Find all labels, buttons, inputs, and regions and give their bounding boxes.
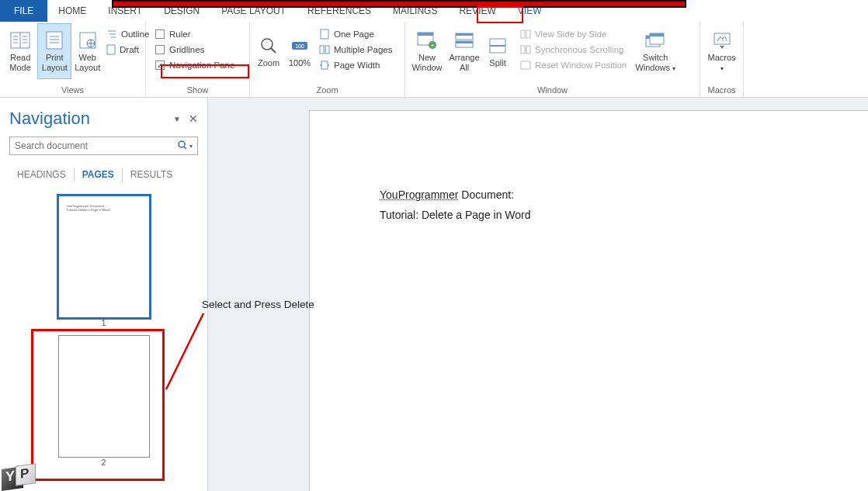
- ribbon: Read Mode Print Layout Web Layout Outlin…: [0, 22, 868, 98]
- svg-text:+: +: [431, 42, 435, 49]
- group-zoom: Zoom 100 100% One Page Multiple Pages Pa…: [250, 22, 405, 97]
- read-mode-icon: [8, 29, 33, 51]
- annotation-label: Select and Press Delete: [202, 299, 314, 310]
- multiple-pages-label: Multiple Pages: [334, 45, 392, 54]
- navigation-pane-label: Navigation Pane: [169, 61, 234, 70]
- tab-results[interactable]: RESULTS: [123, 168, 180, 182]
- sync-scroll-icon: [519, 44, 531, 55]
- reset-window-position-button[interactable]: Reset Window Position: [516, 57, 630, 73]
- svg-rect-8: [47, 32, 62, 49]
- gridlines-checkbox[interactable]: Gridlines: [152, 42, 238, 57]
- hundred-icon: 100: [287, 35, 312, 57]
- tab-pages[interactable]: PAGES: [75, 168, 123, 182]
- doc-line-2: Tutorial: Delete a Page in Word: [380, 209, 844, 221]
- chevron-down-icon: ▾: [720, 65, 724, 72]
- navigation-panel: Navigation ▼ ✕ ▾ HEADINGS PAGES RESULTS …: [0, 98, 208, 491]
- checkbox-icon: ✓: [155, 61, 165, 70]
- chevron-down-icon[interactable]: ▾: [189, 143, 193, 150]
- group-macros: Macros▾ Macros: [700, 22, 744, 97]
- search-input[interactable]: ▾: [9, 137, 198, 155]
- show-group-label: Show: [149, 84, 246, 97]
- chevron-down-icon[interactable]: ▼: [173, 115, 181, 123]
- arrange-all-button[interactable]: Arrange All: [446, 23, 483, 79]
- one-page-icon: [318, 29, 330, 40]
- ruler-label: Ruler: [169, 29, 190, 39]
- print-layout-label: Print Layout: [42, 53, 68, 73]
- page-width-button[interactable]: Page Width: [315, 57, 395, 73]
- split-label: Split: [489, 58, 505, 68]
- page-number-2: 2: [58, 458, 150, 467]
- workspace: Navigation ▼ ✕ ▾ HEADINGS PAGES RESULTS …: [0, 98, 868, 491]
- svg-rect-46: [650, 33, 664, 36]
- navigation-pane-checkbox[interactable]: ✓Navigation Pane: [152, 57, 238, 73]
- print-layout-button[interactable]: Print Layout: [37, 23, 71, 79]
- view-side-by-side-button[interactable]: View Side by Side: [516, 26, 630, 42]
- switch-windows-icon: [643, 29, 668, 51]
- web-layout-label: Web Layout: [75, 53, 100, 73]
- svg-rect-40: [521, 46, 525, 54]
- read-mode-label: Read Mode: [9, 53, 31, 73]
- side-by-side-label: View Side by Side: [535, 29, 606, 39]
- group-show: Ruler Gridlines ✓Navigation Pane Show: [146, 22, 250, 97]
- synchronous-scrolling-button[interactable]: Synchronous Scrolling: [516, 42, 630, 57]
- search-icon[interactable]: [178, 140, 187, 152]
- web-layout-button[interactable]: Web Layout: [71, 23, 103, 79]
- multiple-pages-icon: [318, 44, 330, 55]
- svg-rect-29: [418, 33, 433, 36]
- ruler-checkbox[interactable]: Ruler: [152, 26, 238, 42]
- document-page[interactable]: YouProgrammer Document: Tutorial: Delete…: [309, 110, 868, 491]
- close-icon[interactable]: ✕: [189, 112, 198, 125]
- tab-home[interactable]: HOME: [47, 0, 97, 22]
- macros-button[interactable]: Macros▾: [703, 23, 740, 79]
- svg-point-48: [179, 141, 185, 147]
- outline-icon: [106, 29, 117, 40]
- macros-icon: [710, 29, 734, 51]
- page-width-label: Page Width: [334, 61, 380, 70]
- svg-rect-24: [321, 29, 328, 39]
- one-page-button[interactable]: One Page: [315, 26, 395, 42]
- zoom-icon: [256, 35, 281, 57]
- outline-button[interactable]: Outline: [103, 26, 142, 42]
- doc-line-1b: Document:: [458, 188, 514, 201]
- views-group-label: Views: [3, 84, 142, 97]
- macros-label: Macros▾: [707, 53, 735, 74]
- document-area[interactable]: YouProgrammer Document: Tutorial: Delete…: [208, 98, 868, 491]
- split-button[interactable]: Split: [483, 23, 512, 79]
- tab-file[interactable]: FILE: [0, 0, 47, 22]
- hundred-percent-button[interactable]: 100 100%: [284, 23, 315, 79]
- split-icon: [485, 35, 510, 57]
- arrange-all-label: Arrange All: [449, 53, 479, 73]
- page-thumbnail-2[interactable]: [58, 335, 150, 458]
- page-thumbnail-1[interactable]: YouProgrammer Document:Tutorial: Delete …: [58, 195, 150, 318]
- macros-group-label: Macros: [703, 84, 740, 97]
- draft-button[interactable]: Draft: [103, 42, 142, 57]
- tab-headings[interactable]: HEADINGS: [9, 168, 75, 182]
- svg-rect-41: [526, 46, 530, 54]
- new-window-button[interactable]: + New Window: [408, 23, 446, 79]
- checkbox-icon: [155, 29, 165, 39]
- svg-rect-26: [325, 46, 329, 54]
- page-width-icon: [318, 60, 330, 71]
- read-mode-button[interactable]: Read Mode: [3, 23, 37, 79]
- switch-windows-label: Switch Windows ▾: [635, 53, 675, 74]
- svg-line-49: [184, 147, 186, 149]
- svg-rect-33: [456, 33, 473, 36]
- hundred-label: 100%: [289, 58, 311, 68]
- svg-point-20: [262, 39, 273, 50]
- gridlines-label: Gridlines: [169, 45, 204, 54]
- zoom-button[interactable]: Zoom: [253, 23, 284, 79]
- window-group-label: Window: [408, 84, 696, 97]
- switch-windows-button[interactable]: Switch Windows ▾: [634, 23, 677, 79]
- zoom-label: Zoom: [258, 58, 279, 68]
- multiple-pages-button[interactable]: Multiple Pages: [315, 42, 395, 57]
- svg-line-21: [271, 48, 276, 53]
- new-window-label: New Window: [411, 53, 442, 73]
- checkbox-icon: [155, 45, 165, 54]
- search-field[interactable]: [15, 140, 178, 151]
- page-number-1: 1: [58, 318, 150, 327]
- svg-rect-42: [521, 61, 530, 69]
- svg-rect-27: [321, 61, 328, 69]
- reset-pos-label: Reset Window Position: [535, 61, 627, 70]
- svg-rect-35: [456, 41, 473, 43]
- draft-icon: [106, 44, 116, 55]
